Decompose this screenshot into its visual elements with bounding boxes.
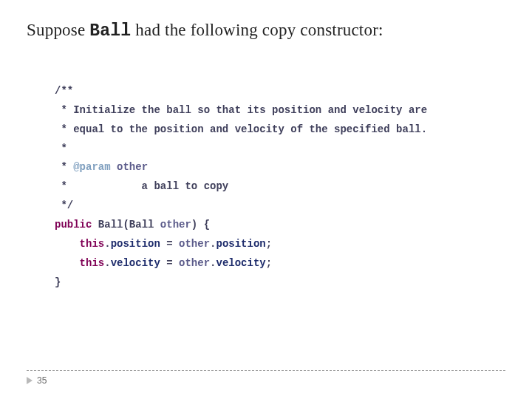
page-number: 35 <box>37 375 47 386</box>
slide: Suppose Ball had the following copy cons… <box>0 0 532 399</box>
indent-9 <box>55 238 80 250</box>
code-block: /** * Initialize the ball so that its po… <box>55 63 505 293</box>
title-post: had the following copy constructor: <box>131 21 383 39</box>
code-line-8a: Ball(Ball <box>92 219 160 231</box>
field-velocity-1: velocity <box>111 257 160 269</box>
dot-10b: . <box>104 257 110 269</box>
field-position-2: position <box>216 238 265 250</box>
param-var: other <box>160 219 191 231</box>
semi-10e: ; <box>266 257 272 269</box>
code-line-8b: ) { <box>191 219 210 231</box>
field-position-1: position <box>111 238 160 250</box>
eq-9c: = <box>160 238 179 250</box>
indent-10 <box>55 257 80 269</box>
keyword-public: public <box>55 219 92 231</box>
code-line-4: * <box>55 143 67 154</box>
dot-9b: . <box>104 238 110 250</box>
var-other-2: other <box>179 257 210 269</box>
code-line-5b <box>111 161 117 173</box>
field-velocity-2: velocity <box>216 257 265 269</box>
code-line-2: * Initialize the ball so that its positi… <box>55 104 427 116</box>
code-line-1: /** <box>55 85 73 97</box>
semi-9e: ; <box>266 238 272 250</box>
var-other-1: other <box>179 238 210 250</box>
title-pre: Suppose <box>27 21 89 39</box>
slide-footer: 35 <box>27 370 505 386</box>
keyword-this-1: this <box>80 238 105 250</box>
code-line-6: * a ball to copy <box>55 180 228 192</box>
triangle-icon <box>27 377 33 384</box>
title-code: Ball <box>89 21 131 41</box>
footer-divider <box>27 370 505 371</box>
code-line-11: } <box>55 276 61 288</box>
param-name: other <box>117 161 148 173</box>
javadoc-tag: @param <box>73 161 110 173</box>
keyword-this-2: this <box>80 257 105 269</box>
code-line-7: */ <box>55 200 73 211</box>
footer-row: 35 <box>27 375 505 386</box>
slide-title: Suppose Ball had the following copy cons… <box>27 21 505 41</box>
code-line-3: * equal to the position and velocity of … <box>55 123 427 135</box>
eq-10c: = <box>160 257 179 269</box>
code-line-5a: * <box>55 161 73 173</box>
